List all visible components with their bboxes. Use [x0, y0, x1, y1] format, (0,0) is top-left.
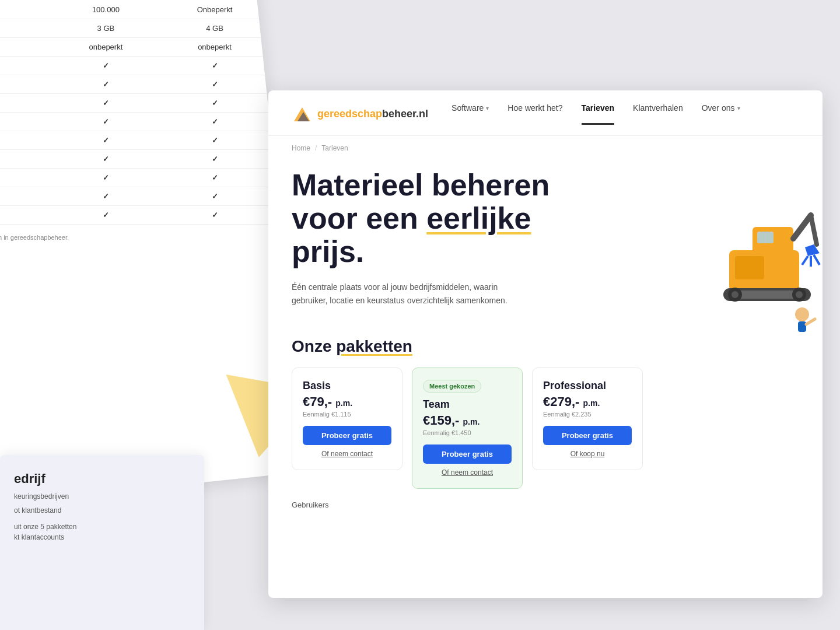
hero-subtitle: Één centrale plaats voor al jouw bedrijf…	[292, 281, 513, 309]
plan-onetimefee-professional: Eenmalig €2.235	[543, 411, 632, 418]
excavator-illustration	[694, 169, 822, 332]
svg-point-18	[795, 307, 809, 321]
svg-point-15	[732, 291, 738, 298]
plan-name-professional: Professional	[543, 380, 632, 392]
pricing-card-team: Meest gekozen Team €159,- p.m. Eenmalig …	[412, 368, 523, 489]
table-row: ✓ ✓ ✓	[0, 56, 269, 75]
table-row: 0.000 100.000 Onbeperkt	[0, 1, 269, 19]
chevron-down-icon: ▾	[737, 105, 740, 111]
bottom-card-list-item: uit onze 5 pakketten	[14, 522, 190, 532]
bottom-card-line-1: keuringsbedrijven	[14, 491, 190, 502]
plan-name-team: Team	[423, 398, 512, 411]
svg-point-17	[796, 291, 803, 298]
gebruikers-label: Gebruikers	[292, 501, 329, 509]
plan-price-professional: €279,- p.m.	[543, 394, 632, 410]
pricing-card-professional: Professional €279,- p.m. Eenmalig €2.235…	[532, 368, 643, 470]
table-row: ✓ ✓ ✓	[0, 149, 269, 168]
plan-price-basis: €79,- p.m.	[303, 394, 391, 410]
plan-name-basis: Basis	[303, 380, 391, 392]
logo[interactable]: gereedschapbeheer.nl	[292, 104, 428, 125]
nav-link-software[interactable]: Software ▾	[452, 103, 489, 125]
table-row: ✓ ✓ ✓	[0, 168, 269, 187]
svg-line-20	[806, 319, 815, 324]
nav-links: Software ▾ Hoe werkt het? Tarieven Klant…	[452, 103, 740, 125]
table-row: ✓ ✓ ✓	[0, 205, 269, 224]
cta-secondary-basis[interactable]: Of neem contact	[303, 450, 391, 458]
pricing-cards-container: Basis €79,- p.m. Eenmalig €1.115 Probeer…	[292, 368, 799, 489]
nav-link-over-ons[interactable]: Over ons ▾	[702, 103, 740, 125]
breadcrumb-home[interactable]: Home	[292, 144, 310, 152]
cta-probeer-gratis-team[interactable]: Probeer gratis	[423, 444, 512, 464]
pricing-title: Onze pakketten	[292, 337, 799, 356]
plan-onetimefee-basis: Eenmalig €1.115	[303, 411, 391, 418]
cta-secondary-team[interactable]: Of neem contact	[423, 468, 512, 477]
breadcrumb-current: Tarieven	[321, 144, 348, 152]
cta-probeer-gratis-basis[interactable]: Probeer gratis	[303, 426, 391, 445]
logo-text: gereedschapbeheer.nl	[317, 108, 428, 120]
main-content-card: gereedschapbeheer.nl Software ▾ Hoe werk…	[268, 90, 822, 598]
most-chosen-badge: Meest gekozen	[423, 380, 481, 393]
svg-line-6	[793, 215, 811, 239]
svg-line-11	[814, 255, 820, 265]
table-row: ✓ ✓ ✓	[0, 187, 269, 205]
bottom-left-card: edrijf keuringsbedrijven ot klantbestand…	[0, 455, 204, 630]
table-row: ✓ ✓ ✓	[0, 75, 269, 93]
pricing-card-basis: Basis €79,- p.m. Eenmalig €1.115 Probeer…	[292, 368, 402, 470]
bottom-card-title: edrijf	[14, 471, 190, 487]
cta-secondary-professional[interactable]: Of koop nu	[543, 450, 632, 458]
plan-onetimefee-team: Eenmalig €1.450	[423, 429, 512, 436]
svg-rect-3	[735, 256, 764, 279]
svg-line-9	[802, 256, 808, 265]
table-row: ✓ ✓ ✓	[0, 93, 269, 112]
navbar: gereedschapbeheer.nl Software ▾ Hoe werk…	[268, 90, 822, 136]
svg-rect-5	[757, 232, 774, 243]
nav-link-klantverhalen[interactable]: Klantverhalen	[633, 103, 683, 125]
cta-probeer-gratis-professional[interactable]: Probeer gratis	[543, 426, 632, 445]
breadcrumb: Home / Tarieven	[268, 136, 822, 157]
footnote-2: sief reiskosten).	[0, 241, 263, 248]
table-row: 2 GB 3 GB 4 GB	[0, 19, 269, 37]
hero-section: Materieel beheren voor een eerlijke prij…	[268, 157, 822, 326]
breadcrumb-separator: /	[315, 144, 317, 152]
hero-image	[694, 157, 822, 332]
logo-icon	[292, 104, 313, 125]
svg-line-7	[811, 215, 817, 244]
table-row: ✓ ✓ ✓	[0, 131, 269, 149]
bottom-card-list-item: kt klantaccounts	[14, 532, 190, 542]
bottom-card-line-2: ot klantbestand	[14, 505, 190, 516]
svg-rect-19	[798, 321, 806, 332]
chevron-down-icon: ▾	[486, 105, 489, 111]
comparison-table: 0.000 100.000 Onbeperkt 2 GB 3 GB 4 GB 1…	[0, 1, 269, 225]
table-row: ✓ ✓ ✓	[0, 112, 269, 131]
gebruikers-row: Gebruikers	[268, 501, 822, 509]
nav-link-hoe-werkt-het[interactable]: Hoe werkt het?	[508, 103, 562, 125]
plan-price-team: €159,- p.m.	[423, 413, 512, 428]
nav-link-tarieven[interactable]: Tarieven	[582, 103, 615, 125]
pricing-section: Onze pakketten Basis €79,- p.m. Eenmalig…	[268, 326, 822, 501]
footnote-1: go) implementeren in gereedschapbeheer.	[0, 234, 263, 241]
table-row: 150 onbeperkt onbeperkt	[0, 37, 269, 56]
